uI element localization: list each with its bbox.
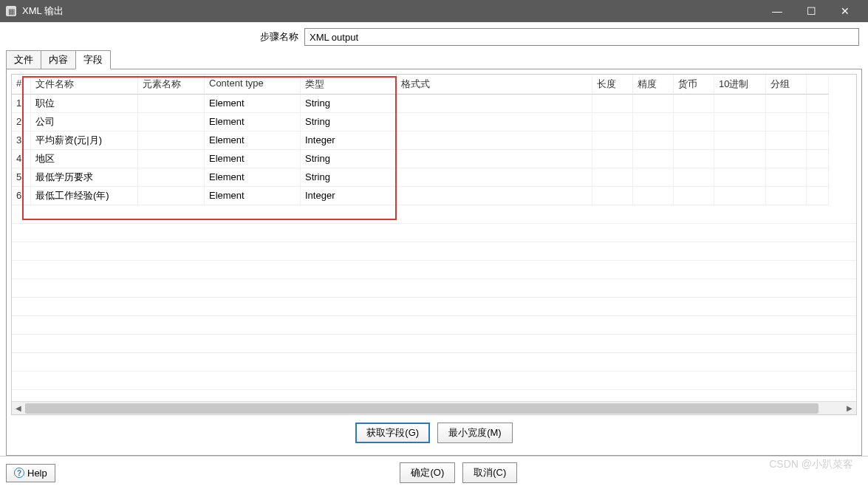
cell-type[interactable]: String — [301, 113, 397, 131]
cell-element[interactable] — [138, 113, 205, 131]
cell-format[interactable] — [397, 168, 592, 187]
col-contenttype[interactable]: Content type — [205, 75, 301, 95]
cell-element[interactable] — [138, 95, 205, 113]
maximize-button[interactable]: ☐ — [794, 0, 828, 22]
scroll-right-icon[interactable]: ▶ — [843, 402, 856, 415]
cell-type[interactable]: String — [301, 150, 397, 168]
cell-currency[interactable] — [674, 168, 714, 187]
cell-format[interactable] — [397, 95, 592, 113]
horizontal-scrollbar[interactable]: ◀ ▶ — [12, 401, 856, 414]
col-num[interactable]: # — [12, 75, 31, 95]
cell-n[interactable]: 5 — [12, 168, 31, 187]
col-extra[interactable] — [807, 75, 829, 95]
cell-element[interactable] — [138, 187, 205, 205]
cell-filename[interactable]: 公司 — [31, 113, 138, 131]
cell-filename[interactable]: 最低学历要求 — [31, 168, 138, 187]
cell-group[interactable] — [766, 168, 807, 187]
cell-extra[interactable] — [807, 150, 829, 168]
cell-length[interactable] — [592, 187, 633, 205]
cell-type[interactable]: String — [301, 95, 397, 113]
cell-decimal[interactable] — [714, 187, 766, 205]
cell-group[interactable] — [766, 95, 807, 113]
cell-format[interactable] — [397, 150, 592, 168]
cell-contentType[interactable]: Element — [205, 150, 301, 168]
cell-extra[interactable] — [807, 95, 829, 113]
cell-filename[interactable]: 职位 — [31, 95, 138, 113]
cell-group[interactable] — [766, 113, 807, 131]
cell-contentType[interactable]: Element — [205, 168, 301, 187]
cell-precision[interactable] — [633, 131, 674, 150]
cell-n[interactable]: 1 — [12, 95, 31, 113]
cell-currency[interactable] — [674, 131, 714, 150]
tab-fields[interactable]: 字段 — [75, 50, 111, 69]
col-length[interactable]: 长度 — [592, 75, 633, 95]
cell-contentType[interactable]: Element — [205, 113, 301, 131]
cell-precision[interactable] — [633, 168, 674, 187]
cell-length[interactable] — [592, 150, 633, 168]
cell-n[interactable]: 2 — [12, 113, 31, 131]
cell-decimal[interactable] — [714, 95, 766, 113]
cell-contentType[interactable]: Element — [205, 187, 301, 205]
col-format[interactable]: 格式式 — [397, 75, 592, 95]
tab-file[interactable]: 文件 — [6, 50, 41, 69]
col-type[interactable]: 类型 — [301, 75, 397, 95]
cell-decimal[interactable] — [714, 150, 766, 168]
cell-format[interactable] — [397, 113, 592, 131]
cell-currency[interactable] — [674, 150, 714, 168]
cell-format[interactable] — [397, 131, 592, 150]
close-button[interactable]: ✕ — [828, 0, 862, 22]
cell-element[interactable] — [138, 131, 205, 150]
cell-decimal[interactable] — [714, 113, 766, 131]
col-currency[interactable]: 货币 — [674, 75, 714, 95]
get-fields-button[interactable]: 获取字段(G) — [355, 423, 430, 443]
cell-currency[interactable] — [674, 187, 714, 205]
col-filename[interactable]: 文件名称 — [31, 75, 138, 95]
ok-button[interactable]: 确定(O) — [400, 462, 455, 483]
min-width-button[interactable]: 最小宽度(M) — [437, 423, 513, 443]
cell-currency[interactable] — [674, 113, 714, 131]
cell-contentType[interactable]: Element — [205, 95, 301, 113]
cancel-button[interactable]: 取消(C) — [462, 462, 517, 483]
cell-n[interactable]: 3 — [12, 131, 31, 150]
col-decimal[interactable]: 10进制 — [714, 75, 766, 95]
cell-n[interactable]: 6 — [12, 187, 31, 205]
empty-rows[interactable] — [12, 205, 856, 401]
cell-precision[interactable] — [633, 95, 674, 113]
cell-element[interactable] — [138, 150, 205, 168]
col-group[interactable]: 分组 — [766, 75, 807, 95]
help-button[interactable]: ? Help — [6, 464, 55, 482]
scroll-left-icon[interactable]: ◀ — [12, 402, 25, 415]
cell-format[interactable] — [397, 187, 592, 205]
cell-extra[interactable] — [807, 113, 829, 131]
col-element[interactable]: 元素名称 — [138, 75, 205, 95]
cell-filename[interactable]: 地区 — [31, 150, 138, 168]
scroll-track[interactable] — [25, 402, 843, 415]
step-name-input[interactable] — [304, 28, 859, 46]
cell-length[interactable] — [592, 131, 633, 150]
cell-length[interactable] — [592, 168, 633, 187]
cell-type[interactable]: Integer — [301, 187, 397, 205]
cell-decimal[interactable] — [714, 168, 766, 187]
tab-content[interactable]: 内容 — [41, 50, 76, 69]
cell-filename[interactable]: 平均薪资(元|月) — [31, 131, 138, 150]
cell-precision[interactable] — [633, 150, 674, 168]
cell-group[interactable] — [766, 187, 807, 205]
cell-currency[interactable] — [674, 95, 714, 113]
cell-contentType[interactable]: Element — [205, 131, 301, 150]
cell-precision[interactable] — [633, 187, 674, 205]
scroll-thumb[interactable] — [25, 403, 819, 414]
cell-filename[interactable]: 最低工作经验(年) — [31, 187, 138, 205]
cell-n[interactable]: 4 — [12, 150, 31, 168]
cell-decimal[interactable] — [714, 131, 766, 150]
cell-group[interactable] — [766, 131, 807, 150]
cell-group[interactable] — [766, 150, 807, 168]
cell-extra[interactable] — [807, 187, 829, 205]
minimize-button[interactable]: ― — [760, 0, 794, 22]
cell-type[interactable]: String — [301, 168, 397, 187]
cell-precision[interactable] — [633, 113, 674, 131]
cell-length[interactable] — [592, 95, 633, 113]
cell-extra[interactable] — [807, 168, 829, 187]
cell-element[interactable] — [138, 168, 205, 187]
cell-type[interactable]: Integer — [301, 131, 397, 150]
cell-length[interactable] — [592, 113, 633, 131]
